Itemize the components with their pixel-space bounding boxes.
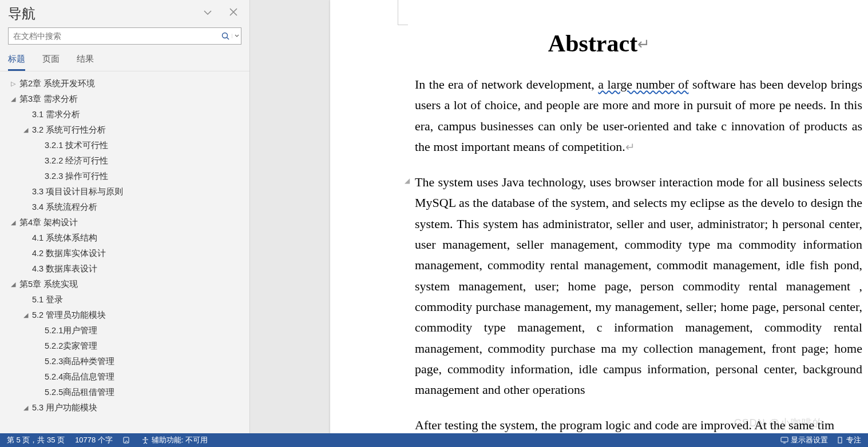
outline-item[interactable]: 5.2.2卖家管理 bbox=[3, 338, 249, 354]
nav-tabs: 标题 页面 结果 bbox=[0, 50, 249, 71]
caret-down-icon[interactable]: ◢ bbox=[22, 404, 30, 412]
close-icon[interactable] bbox=[229, 7, 238, 20]
outline-item-label: 5.2.5商品租借管理 bbox=[45, 387, 114, 398]
outline-item-label: 5.2.2卖家管理 bbox=[45, 341, 97, 352]
outline-item[interactable]: 3.1 需求分析 bbox=[3, 107, 249, 122]
spellcheck-icon[interactable] bbox=[123, 436, 131, 444]
document-page: Abstract↵ In the era of network developm… bbox=[330, 0, 868, 447]
caret-down-icon[interactable]: ◢ bbox=[22, 126, 30, 134]
outline-item[interactable]: 4.1 系统体系结构 bbox=[3, 230, 249, 246]
paragraph-mark-icon: ↵ bbox=[637, 36, 650, 53]
outline-item-label: 第4章 架构设计 bbox=[19, 217, 78, 228]
grammar-underline[interactable]: a large number of bbox=[598, 77, 688, 91]
outline-item-label: 3.2.1 技术可行性 bbox=[45, 140, 108, 151]
outline-item[interactable]: 5.2.3商品种类管理 bbox=[3, 354, 249, 369]
caret-down-icon[interactable]: ◢ bbox=[9, 95, 17, 103]
outline-item-label: 第2章 系统开发环境 bbox=[19, 78, 95, 89]
outline-item-label: 第3章 需求分析 bbox=[19, 94, 78, 105]
outline-item[interactable]: ▷第2章 系统开发环境 bbox=[3, 76, 249, 91]
outline-item[interactable]: 3.2.2 经济可行性 bbox=[3, 153, 249, 169]
search-icon[interactable] bbox=[219, 32, 232, 40]
search-box bbox=[8, 27, 241, 45]
accessibility-status[interactable]: 辅助功能: 不可用 bbox=[141, 435, 208, 445]
outline-item-label: 3.2.3 操作可行性 bbox=[45, 171, 108, 182]
heading-abstract: Abstract↵ bbox=[336, 0, 862, 74]
outline-item[interactable]: 4.2 数据库实体设计 bbox=[3, 246, 249, 261]
display-settings[interactable]: 显示器设置 bbox=[780, 435, 828, 445]
outline-item[interactable]: ◢第4章 架构设计 bbox=[3, 215, 249, 230]
outline-item[interactable]: ◢3.2 系统可行性分析 bbox=[3, 122, 249, 138]
outline-caret-icon: ◢ bbox=[405, 175, 410, 187]
outline-item[interactable]: 5.2.4商品信息管理 bbox=[3, 369, 249, 385]
focus-mode[interactable]: 专注 bbox=[836, 435, 861, 445]
outline-item[interactable]: 3.3 项目设计目标与原则 bbox=[3, 184, 249, 199]
status-bar: 第 5 页，共 35 页 10778 个字 辅助功能: 不可用 显示器设置 专注 bbox=[0, 433, 868, 447]
outline-item[interactable]: ◢第3章 需求分析 bbox=[3, 91, 249, 107]
search-dropdown-icon[interactable] bbox=[232, 34, 241, 38]
outline-tree: ▷第2章 系统开发环境◢第3章 需求分析3.1 需求分析◢3.2 系统可行性分析… bbox=[0, 71, 249, 447]
page-indicator[interactable]: 第 5 页，共 35 页 bbox=[7, 435, 65, 445]
outline-item[interactable]: ◢5.2 管理员功能模块 bbox=[3, 308, 249, 323]
paragraph: ◢ The system uses Java technology, uses … bbox=[415, 172, 862, 400]
outline-item-label: 3.4 系统流程分析 bbox=[32, 202, 97, 213]
outline-item[interactable]: 4.3 数据库表设计 bbox=[3, 261, 249, 277]
outline-item[interactable]: 5.2.1用户管理 bbox=[3, 323, 249, 338]
svg-rect-6 bbox=[838, 437, 842, 443]
outline-item-label: 5.2.3商品种类管理 bbox=[45, 356, 114, 367]
outline-item[interactable]: 3.2.3 操作可行性 bbox=[3, 169, 249, 184]
svg-rect-4 bbox=[781, 437, 788, 442]
search-input[interactable] bbox=[9, 29, 219, 43]
nav-header: 导航 bbox=[0, 0, 249, 27]
outline-item-label: 5.1 登录 bbox=[32, 294, 63, 305]
outline-item-label: 5.2.1用户管理 bbox=[45, 325, 97, 336]
outline-item[interactable]: 5.1 登录 bbox=[3, 292, 249, 308]
outline-item-label: 3.3 项目设计目标与原则 bbox=[32, 186, 123, 197]
outline-item-label: 3.1 需求分析 bbox=[32, 109, 80, 120]
outline-item[interactable]: ◢5.3 用户功能模块 bbox=[3, 400, 249, 416]
outline-item-label: 5.2.4商品信息管理 bbox=[45, 372, 114, 382]
outline-item[interactable]: 3.2.1 技术可行性 bbox=[3, 138, 249, 153]
outline-item[interactable]: 3.4 系统流程分析 bbox=[3, 199, 249, 215]
caret-down-icon[interactable]: ◢ bbox=[9, 281, 17, 289]
outline-item-label: 3.2.2 经济可行性 bbox=[45, 155, 108, 166]
caret-right-icon[interactable]: ▷ bbox=[9, 80, 17, 88]
tab-results[interactable]: 结果 bbox=[77, 54, 94, 71]
outline-item-label: 4.2 数据库实体设计 bbox=[32, 248, 106, 259]
outline-item-label: 5.2 管理员功能模块 bbox=[32, 310, 106, 321]
caret-down-icon[interactable]: ◢ bbox=[9, 219, 17, 227]
tab-headings[interactable]: 标题 bbox=[8, 54, 25, 71]
outline-item[interactable]: ◢第5章 系统实现 bbox=[3, 277, 249, 292]
outline-item-label: 4.1 系统体系结构 bbox=[32, 233, 97, 244]
chevron-down-icon[interactable] bbox=[203, 7, 213, 20]
paragraph-mark-icon: ↵ bbox=[625, 141, 635, 153]
outline-item-label: 第5章 系统实现 bbox=[19, 279, 78, 290]
watermark: CSDN @小咖啡的... bbox=[734, 416, 834, 430]
document-area[interactable]: Abstract↵ In the era of network developm… bbox=[250, 0, 868, 447]
word-count[interactable]: 10778 个字 bbox=[75, 435, 113, 445]
tab-pages[interactable]: 页面 bbox=[42, 54, 60, 71]
outline-item[interactable]: 5.2.5商品租借管理 bbox=[3, 385, 249, 400]
outline-item-label: 4.3 数据库表设计 bbox=[32, 264, 97, 274]
paragraph: In the era of network development, a lar… bbox=[415, 74, 862, 157]
outline-item-label: 5.3 用户功能模块 bbox=[32, 402, 97, 413]
svg-line-1 bbox=[227, 38, 229, 40]
svg-point-3 bbox=[144, 437, 146, 438]
outline-item-label: 3.2 系统可行性分析 bbox=[32, 125, 106, 135]
nav-title: 导航 bbox=[8, 5, 35, 23]
navigation-pane: 导航 标题 页面 结果 ▷第2章 系统开发环境◢第3章 需求分析3.1 需求分析… bbox=[0, 0, 250, 447]
svg-point-0 bbox=[223, 33, 228, 38]
caret-down-icon[interactable]: ◢ bbox=[22, 312, 30, 320]
